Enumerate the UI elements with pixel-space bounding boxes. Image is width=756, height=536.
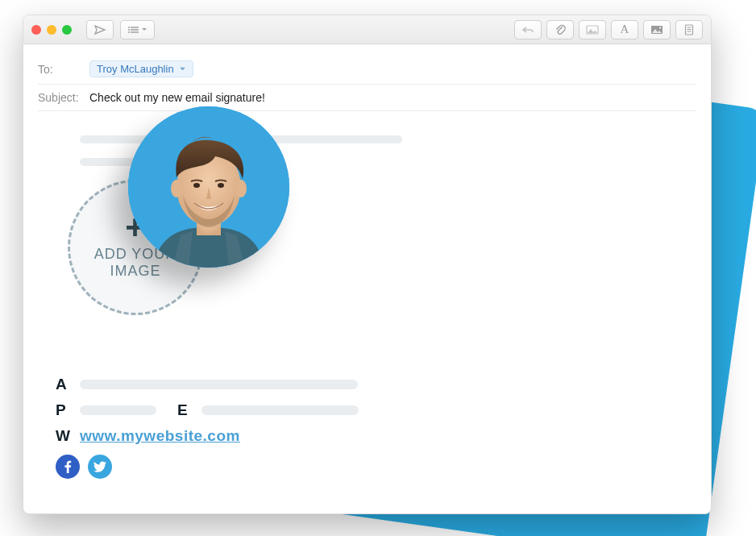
svg-point-2	[128, 29, 130, 31]
attach-button[interactable]	[546, 20, 574, 39]
signature-editor: + ADD YOUR IMAGE	[23, 111, 711, 503]
to-label: To:	[38, 63, 81, 76]
compose-header: To: Troy McLaughlin Subject: Check out m…	[23, 44, 711, 111]
insert-image-button[interactable]	[579, 20, 606, 39]
address-row: A	[56, 376, 688, 393]
send-icon	[93, 24, 106, 35]
subject-input[interactable]: Check out my new email signature!	[89, 91, 265, 104]
to-row: To: Troy McLaughlin	[38, 54, 696, 85]
contact-info: A P E W www.mywebsite.com	[56, 376, 688, 479]
svg-rect-5	[131, 31, 139, 33]
svg-point-8	[659, 27, 661, 28]
recipient-name: Troy McLaughlin	[97, 63, 174, 75]
photo-browser-button[interactable]	[643, 20, 671, 39]
email-placeholder	[201, 405, 359, 415]
headers-menu-button[interactable]	[120, 20, 155, 39]
twitter-button[interactable]	[88, 455, 112, 479]
minimize-window-button[interactable]	[47, 25, 56, 35]
reply-icon	[521, 25, 534, 35]
zoom-window-button[interactable]	[62, 25, 72, 35]
font-icon: A	[621, 23, 629, 36]
avatar[interactable]	[128, 106, 289, 268]
svg-point-0	[128, 27, 130, 28]
svg-point-17	[235, 180, 247, 197]
website-link[interactable]: www.mywebsite.com	[80, 427, 240, 445]
phone-label: P	[56, 401, 69, 419]
email-label: E	[177, 401, 190, 419]
chevron-down-icon	[179, 65, 186, 73]
page-icon	[684, 24, 694, 35]
phone-placeholder	[80, 405, 156, 415]
recipient-pill[interactable]: Troy McLaughlin	[89, 60, 193, 77]
send-button[interactable]	[86, 20, 114, 39]
format-font-button[interactable]: A	[611, 20, 638, 39]
svg-rect-3	[131, 29, 139, 31]
photo-icon	[650, 25, 663, 35]
facebook-icon	[61, 460, 74, 473]
avatar-image	[128, 106, 289, 268]
svg-point-16	[171, 180, 182, 197]
svg-point-18	[193, 183, 200, 188]
website-label: W	[56, 427, 69, 445]
window-titlebar: A	[23, 15, 711, 44]
website-row: W www.mywebsite.com	[56, 427, 688, 445]
svg-rect-1	[131, 27, 139, 28]
subject-label: Subject:	[38, 91, 81, 104]
phone-email-row: P E	[56, 401, 688, 419]
add-image-label-2: IMAGE	[110, 263, 160, 280]
list-icon	[127, 26, 139, 34]
stationery-button[interactable]	[675, 20, 703, 39]
subject-row: Subject: Check out my new email signatur…	[38, 85, 696, 111]
reply-button[interactable]	[514, 20, 542, 39]
attach-icon	[555, 23, 566, 36]
address-placeholder	[80, 380, 358, 389]
social-row	[56, 455, 688, 479]
compose-window: A To: Troy McLaughlin Subject: Check out…	[23, 15, 712, 514]
twitter-icon	[93, 460, 106, 473]
svg-point-4	[128, 31, 130, 33]
facebook-button[interactable]	[56, 455, 80, 479]
address-label: A	[56, 376, 69, 393]
chevron-down-icon	[141, 27, 147, 33]
window-controls	[31, 25, 72, 35]
image-picker-icon	[586, 25, 599, 35]
svg-point-19	[218, 183, 224, 188]
close-window-button[interactable]	[31, 25, 41, 35]
